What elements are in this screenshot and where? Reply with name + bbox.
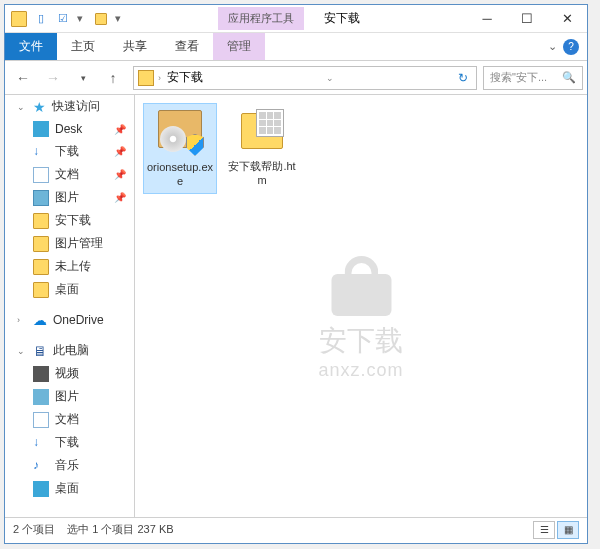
file-item-exe[interactable]: orionsetup.exe [143, 103, 217, 194]
view-switcher: ☰ ▦ [533, 521, 579, 539]
chevron-right-icon[interactable]: › [17, 315, 27, 325]
folder-small-icon [93, 11, 109, 27]
icons-view-button[interactable]: ▦ [557, 521, 579, 539]
search-placeholder: 搜索"安下... [490, 70, 547, 85]
titlebar: ▯ ☑ ▾ ▾ 应用程序工具 安下载 ─ ☐ ✕ [5, 5, 587, 33]
sidebar-item-label: 音乐 [55, 457, 79, 474]
tab-manage[interactable]: 管理 [213, 33, 265, 60]
navigation-bar: ← → ▾ ↑ › 安下载 ⌄ ↻ 搜索"安下... 🔍 [5, 61, 587, 95]
back-button[interactable]: ← [9, 65, 37, 91]
sidebar-item-desktop3[interactable]: 桌面 [5, 477, 134, 500]
qat-dropdown2-icon[interactable]: ▾ [115, 12, 125, 25]
sidebar-item-label: 桌面 [55, 480, 79, 497]
sidebar-item-downloads[interactable]: ↓下载📌 [5, 140, 134, 163]
watermark-text-en: anxz.com [318, 360, 403, 381]
sidebar-item-documents2[interactable]: 文档 [5, 408, 134, 431]
sidebar-item-label: 未上传 [55, 258, 91, 275]
qat-dropdown-icon[interactable]: ▾ [77, 12, 87, 25]
search-icon: 🔍 [562, 71, 576, 84]
folder-icon [33, 236, 49, 252]
watermark-text-cn: 安下载 [318, 322, 403, 360]
sidebar-item-picmgr[interactable]: 图片管理 [5, 232, 134, 255]
sidebar-item-label: 下载 [55, 143, 79, 160]
breadcrumb-label: 安下载 [167, 69, 203, 86]
sidebar-item-label: 图片 [55, 189, 79, 206]
folder-icon [138, 70, 154, 86]
tab-home[interactable]: 主页 [57, 33, 109, 60]
file-name: orionsetup.exe [146, 160, 214, 189]
recent-dropdown-icon[interactable]: ▾ [69, 65, 97, 91]
sidebar-item-label: 下载 [55, 434, 79, 451]
sidebar-item-music[interactable]: ♪音乐 [5, 454, 134, 477]
maximize-button[interactable]: ☐ [507, 5, 547, 33]
pictures-icon [33, 389, 49, 405]
sidebar-item-label: 桌面 [55, 281, 79, 298]
folder-icon [11, 11, 27, 27]
chevron-down-icon[interactable]: ⌄ [17, 346, 27, 356]
status-bar: 2 个项目 选中 1 个项目 237 KB ☰ ▦ [5, 517, 587, 541]
refresh-icon[interactable]: ↻ [450, 71, 476, 85]
up-button[interactable]: ↑ [99, 65, 127, 91]
sidebar-onedrive[interactable]: ›☁OneDrive [5, 309, 134, 331]
sidebar-item-desktop2[interactable]: 桌面 [5, 278, 134, 301]
pc-icon: 🖥 [33, 343, 47, 359]
sidebar-item-documents[interactable]: 文档📌 [5, 163, 134, 186]
document-icon [33, 412, 49, 428]
ribbon: 文件 主页 共享 查看 管理 ⌄ ? [5, 33, 587, 61]
document-icon [33, 167, 49, 183]
tab-file[interactable]: 文件 [5, 33, 57, 60]
checkbox-icon[interactable]: ☑ [55, 11, 71, 27]
help-icon[interactable]: ? [563, 39, 579, 55]
sidebar-item-pictures2[interactable]: 图片 [5, 385, 134, 408]
contextual-tab-group: 应用程序工具 [218, 7, 304, 30]
file-name: 安下载帮助.htm [227, 159, 297, 188]
tab-view[interactable]: 查看 [161, 33, 213, 60]
minimize-button[interactable]: ─ [467, 5, 507, 33]
tab-share[interactable]: 共享 [109, 33, 161, 60]
quick-access-toolbar: ▯ ☑ ▾ ▾ [5, 11, 131, 27]
chevron-down-icon[interactable]: ⌄ [17, 102, 27, 112]
sidebar-thispc[interactable]: ⌄🖥此电脑 [5, 339, 134, 362]
file-item-htm[interactable]: 安下载帮助.htm [225, 103, 299, 192]
download-icon: ↓ [33, 144, 49, 160]
sidebar-item-label: 图片管理 [55, 235, 103, 252]
forward-button[interactable]: → [39, 65, 67, 91]
folder-icon [33, 282, 49, 298]
sidebar-item-label: Desk [55, 122, 82, 136]
pictures-icon [33, 190, 49, 206]
sidebar-quick-access[interactable]: ⌄ ★ 快速访问 [5, 95, 134, 118]
desktop-icon [33, 121, 49, 137]
htm-icon [238, 107, 286, 155]
sidebar-item-label: 安下载 [55, 212, 91, 229]
pin-icon: 📌 [114, 169, 126, 180]
sidebar-item-videos[interactable]: 视频 [5, 362, 134, 385]
sidebar-item-anxz[interactable]: 安下载 [5, 209, 134, 232]
properties-icon[interactable]: ▯ [33, 11, 49, 27]
sidebar-item-desktop[interactable]: Desk📌 [5, 118, 134, 140]
address-bar[interactable]: › 安下载 ⌄ ↻ [133, 66, 477, 90]
status-selected: 选中 1 个项目 237 KB [67, 522, 173, 537]
sidebar-item-label: 图片 [55, 388, 79, 405]
breadcrumb-item[interactable]: 安下载 [161, 69, 209, 86]
dropdown-icon[interactable]: ⌄ [318, 73, 342, 83]
sidebar-item-label: 文档 [55, 411, 79, 428]
expand-ribbon-icon[interactable]: ⌄ [548, 40, 557, 53]
sidebar-item-label: 此电脑 [53, 342, 89, 359]
folder-icon [33, 259, 49, 275]
exe-icon [156, 108, 204, 156]
close-button[interactable]: ✕ [547, 5, 587, 33]
sidebar-item-label: 视频 [55, 365, 79, 382]
body: ⌄ ★ 快速访问 Desk📌 ↓下载📌 文档📌 图片📌 安下载 图片管理 未上传… [5, 95, 587, 517]
sidebar-item-unupload[interactable]: 未上传 [5, 255, 134, 278]
content-pane[interactable]: orionsetup.exe 安下载帮助.htm 安下载 anxz.com [135, 95, 587, 517]
explorer-window: ▯ ☑ ▾ ▾ 应用程序工具 安下载 ─ ☐ ✕ 文件 主页 共享 查看 管理 … [4, 4, 588, 544]
download-icon: ↓ [33, 435, 49, 451]
sidebar-item-downloads2[interactable]: ↓下载 [5, 431, 134, 454]
navigation-pane: ⌄ ★ 快速访问 Desk📌 ↓下载📌 文档📌 图片📌 安下载 图片管理 未上传… [5, 95, 135, 517]
sidebar-item-pictures[interactable]: 图片📌 [5, 186, 134, 209]
pin-icon: 📌 [114, 124, 126, 135]
details-view-button[interactable]: ☰ [533, 521, 555, 539]
watermark: 安下载 anxz.com [318, 256, 403, 381]
pin-icon: 📌 [114, 192, 126, 203]
search-input[interactable]: 搜索"安下... 🔍 [483, 66, 583, 90]
